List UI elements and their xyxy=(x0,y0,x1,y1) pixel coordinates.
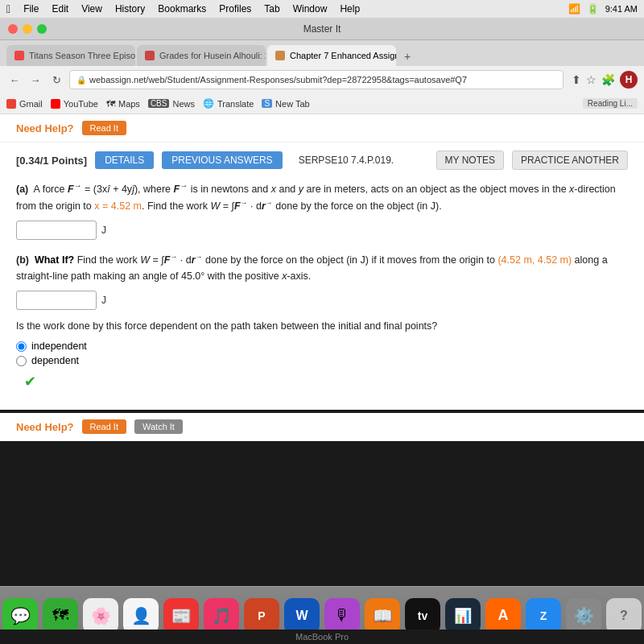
dock-photos[interactable]: 🌸 xyxy=(83,598,118,634)
profile-avatar[interactable]: H xyxy=(620,71,638,89)
safari-icon: S xyxy=(262,99,272,108)
radio-independent-input[interactable] xyxy=(16,341,27,352)
bookmark-youtube[interactable]: YouTube xyxy=(51,99,98,109)
apple-menu[interactable]:  xyxy=(6,2,10,15)
force-vector: F xyxy=(68,184,74,195)
whatif-label: What If? xyxy=(35,254,74,266)
menu-bar-right: 📶 🔋 9:41 AM xyxy=(568,3,638,14)
details-button[interactable]: DETAILS xyxy=(95,151,154,169)
menu-bar:  File Edit View History Bookmarks Profi… xyxy=(0,0,644,18)
my-notes-button[interactable]: MY NOTES xyxy=(436,151,504,170)
menu-history[interactable]: History xyxy=(115,3,145,14)
menu-tab[interactable]: Tab xyxy=(264,3,279,14)
bookmark-news[interactable]: CBS News xyxy=(148,99,195,109)
tabs-bar: Titans Season Three Episode... ✕ Grades … xyxy=(0,40,644,66)
dock-zoom[interactable]: Z xyxy=(526,598,561,634)
part-a-input[interactable] xyxy=(16,221,97,240)
dock-messages[interactable]: 💬 xyxy=(2,598,38,634)
part-a-unit: J xyxy=(101,225,106,236)
bookmark-newtab[interactable]: S New Tab xyxy=(262,99,309,109)
dock-podcasts[interactable]: 🎙 xyxy=(324,598,360,634)
menu-help[interactable]: Help xyxy=(340,3,360,14)
read-it-button-bottom[interactable]: Read It xyxy=(82,419,126,434)
menu-view[interactable]: View xyxy=(81,3,102,14)
menu-profiles[interactable]: Profiles xyxy=(219,3,251,14)
dock-stats[interactable]: 📊 xyxy=(445,598,481,634)
url-text: webassign.net/web/Student/Assignment-Res… xyxy=(89,75,467,85)
bookmark-newtab-label: New Tab xyxy=(275,99,310,109)
reading-list-badge[interactable]: Reading Li... xyxy=(583,98,638,109)
bookmark-translate[interactable]: 🌐 Translate xyxy=(203,98,254,109)
bookmark-news-label: News xyxy=(172,99,195,109)
menu-window[interactable]: Window xyxy=(293,3,328,14)
radio-dependent[interactable]: dependent xyxy=(16,355,628,366)
gmail-favicon xyxy=(6,99,16,109)
bookmarks-bar: Gmail YouTube 🗺 Maps CBS News 🌐 Translat… xyxy=(0,93,644,114)
dock-appletv[interactable]: tv xyxy=(405,598,440,634)
vector-arrow: → xyxy=(74,181,82,190)
radio-dependent-label[interactable]: dependent xyxy=(31,355,79,366)
tab-favicon-titans xyxy=(14,51,24,60)
bookmark-gmail[interactable]: Gmail xyxy=(6,99,43,109)
dock-music[interactable]: 🎵 xyxy=(204,598,239,634)
dock-news[interactable]: 📰 xyxy=(163,598,199,634)
radio-group-path: independent dependent xyxy=(16,341,628,366)
watch-it-button[interactable]: Watch It xyxy=(134,419,183,434)
news-icon: CBS xyxy=(148,99,170,108)
tab-titans[interactable]: Titans Season Three Episode... ✕ xyxy=(6,45,135,66)
points-badge: [0.34/1 Points] xyxy=(16,155,87,167)
dock-help[interactable]: ? xyxy=(606,598,642,634)
question-part-a: (a) A force F→ = (3xî + 4yĵ), where F→ i… xyxy=(16,180,628,240)
dock-word[interactable]: W xyxy=(284,598,320,634)
bookmark-maps-label: Maps xyxy=(118,99,140,109)
menu-bookmarks[interactable]: Bookmarks xyxy=(158,3,206,14)
dock-maps[interactable]: 🗺 xyxy=(43,598,78,634)
radio-independent-label[interactable]: independent xyxy=(31,341,87,352)
part-b-label: (b) xyxy=(16,254,29,266)
read-it-button-top[interactable]: Read It xyxy=(82,121,126,135)
dock-settings[interactable]: ⚙️ xyxy=(566,598,601,634)
tab-chapter7[interactable]: Chapter 7 Enhanced Assignme... ✕ xyxy=(267,45,396,66)
tab-grades[interactable]: Grades for Husein Alhouli: 202... ✕ xyxy=(137,45,266,66)
dock-training[interactable]: A xyxy=(485,598,521,634)
radio-dependent-input[interactable] xyxy=(16,356,27,366)
close-btn[interactable] xyxy=(8,24,18,34)
macbook-label: MacBook Pro xyxy=(295,632,349,642)
dock-contacts[interactable]: 👤 xyxy=(123,598,159,634)
need-help-top-bar: Need Help? Read It xyxy=(0,114,644,142)
dock-books[interactable]: 📖 xyxy=(365,598,400,634)
dock-powerpoint[interactable]: P xyxy=(244,598,279,634)
back-button[interactable]: ← xyxy=(6,72,23,88)
address-bar[interactable]: 🔒 webassign.net/web/Student/Assignment-R… xyxy=(69,70,564,89)
tab-label-titans: Titans Season Three Episode... xyxy=(29,51,135,60)
previous-answers-button[interactable]: PREVIOUS ANSWERS xyxy=(162,151,282,169)
part-b-input[interactable] xyxy=(16,291,97,310)
new-tab-button[interactable]: + xyxy=(398,47,417,66)
maximize-btn[interactable] xyxy=(37,24,47,34)
title-bar: Master It xyxy=(0,18,644,40)
radio-independent[interactable]: independent xyxy=(16,341,628,352)
refresh-button[interactable]: ↻ xyxy=(48,72,64,88)
extension-icon[interactable]: 🧩 xyxy=(601,73,615,86)
bookmark-youtube-label: YouTube xyxy=(64,99,98,109)
practice-another-button[interactable]: PRACTICE ANOTHER xyxy=(512,151,628,170)
minimize-btn[interactable] xyxy=(23,24,32,34)
coordinates-b: (4.52 m, 4.52 m) xyxy=(497,254,572,266)
youtube-favicon xyxy=(51,99,60,109)
translate-icon: 🌐 xyxy=(203,98,214,109)
forward-button[interactable]: → xyxy=(27,72,43,88)
need-help-label: Need Help? xyxy=(16,122,74,134)
bookmark-maps[interactable]: 🗺 Maps xyxy=(106,99,140,109)
maps-icon: 🗺 xyxy=(106,99,115,109)
question-code: SERPSE10 7.4.P.019. xyxy=(299,155,394,166)
part-a-label: (a) xyxy=(16,184,28,195)
bookmark-icon[interactable]: ☆ xyxy=(586,73,597,86)
menu-edit[interactable]: Edit xyxy=(52,3,68,14)
menu-file[interactable]: File xyxy=(23,3,39,14)
question-container: [0.34/1 Points] DETAILS PREVIOUS ANSWERS… xyxy=(0,142,644,410)
window-title: Master It xyxy=(303,23,341,35)
tab-favicon-chapter7 xyxy=(275,51,285,60)
part-a-answer-row: J xyxy=(16,221,628,240)
tab-label-grades: Grades for Husein Alhouli: 202... xyxy=(159,51,266,60)
share-icon[interactable]: ⬆ xyxy=(572,73,581,86)
